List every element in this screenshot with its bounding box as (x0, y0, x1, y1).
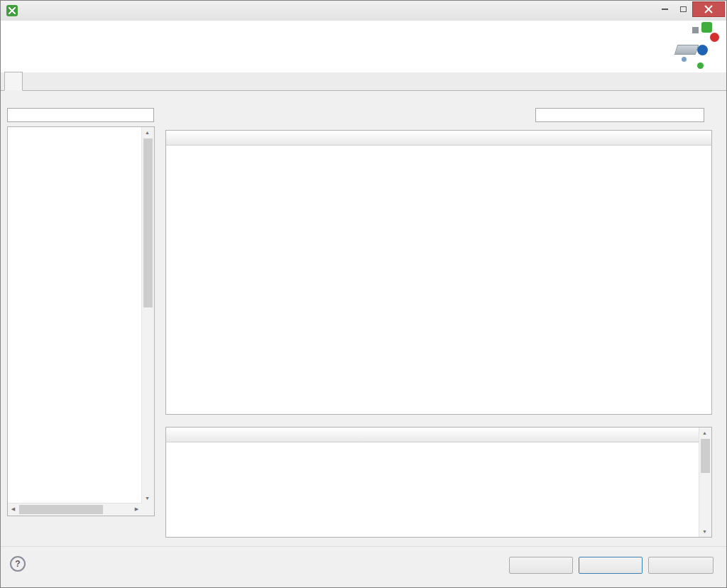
tree-hscroll-thumb[interactable] (19, 505, 103, 514)
maximize-button[interactable] (674, 1, 692, 17)
scroll-left-icon[interactable]: ◀ (8, 503, 18, 514)
clover-logo (675, 22, 721, 70)
dialog-header (1, 21, 726, 73)
scroll-down-icon[interactable]: ▼ (142, 493, 153, 503)
minimize-icon (662, 9, 668, 10)
parameter-vertical-scrollbar[interactable]: ▲ ▼ (699, 428, 711, 537)
parameter-table: ▲ ▼ (165, 427, 712, 538)
footer-separator (1, 546, 726, 547)
scrollbar-corner (142, 503, 154, 516)
parameter-table-header (166, 428, 711, 442)
scroll-up-icon[interactable]: ▲ (699, 428, 710, 438)
scroll-right-icon[interactable]: ▶ (131, 503, 142, 514)
maximize-icon (680, 6, 687, 12)
rules-table-header (166, 131, 711, 146)
cancel-button[interactable] (648, 557, 714, 574)
active-rules-table (165, 130, 712, 415)
tab-code[interactable] (23, 72, 41, 91)
app-icon (6, 5, 18, 16)
help-button[interactable] (10, 556, 26, 572)
ok-button[interactable] (579, 557, 643, 574)
scroll-down-icon[interactable]: ▼ (699, 526, 710, 537)
validator-dialog: ▲ ▼ ◀ ▶ ▲ ▼ (0, 0, 727, 588)
title-bar[interactable] (1, 1, 726, 21)
close-icon (704, 5, 713, 13)
apply-button[interactable] (509, 557, 573, 574)
tab-rules[interactable] (4, 72, 23, 91)
parameter-vscroll-thumb[interactable] (701, 439, 710, 473)
minimize-button[interactable] (655, 1, 674, 17)
tree-vertical-scrollbar[interactable]: ▲ ▼ (141, 127, 154, 503)
active-rules-filter-input[interactable] (535, 108, 704, 122)
available-rules-tree: ▲ ▼ ◀ ▶ (7, 126, 155, 516)
scroll-up-icon[interactable]: ▲ (142, 127, 153, 138)
available-rules-filter-input[interactable] (7, 108, 154, 122)
tab-bar (1, 72, 726, 91)
tree-horizontal-scrollbar[interactable]: ◀ ▶ (8, 503, 142, 516)
close-button[interactable] (692, 1, 725, 17)
tree-vscroll-thumb[interactable] (143, 138, 153, 307)
